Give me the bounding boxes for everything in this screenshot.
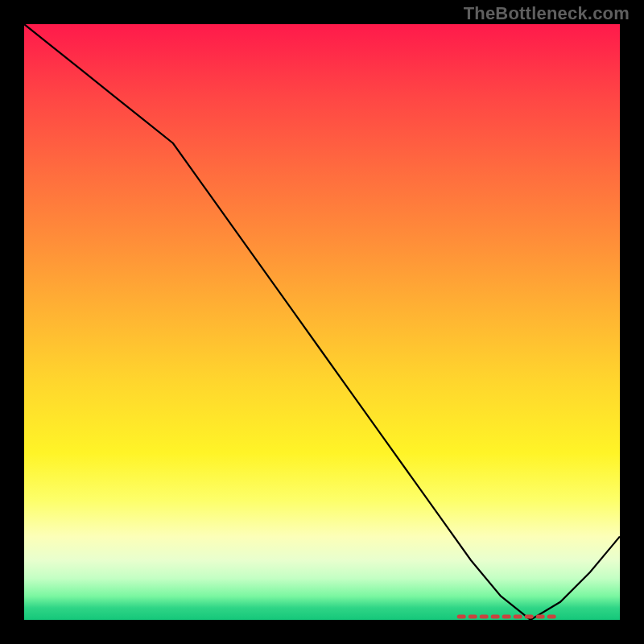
chart-svg: [24, 24, 620, 620]
plot-area: [24, 24, 620, 620]
chart-frame: TheBottleneck.com: [0, 0, 644, 644]
watermark-text: TheBottleneck.com: [464, 3, 630, 24]
bottleneck-curve: [24, 24, 620, 620]
